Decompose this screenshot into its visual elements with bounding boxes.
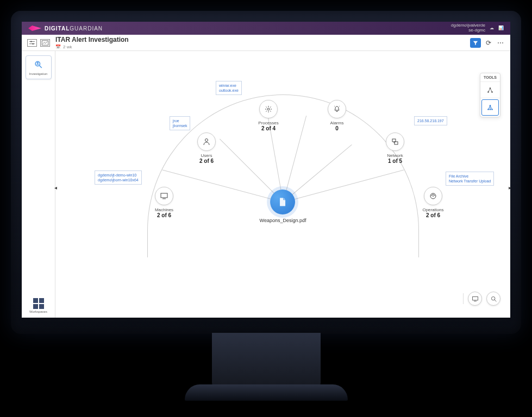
workspaces-button[interactable]: Workspaces: [29, 298, 47, 313]
svg-rect-25: [395, 142, 398, 144]
graph-canvas[interactable]: ◂ ▸ TOOLS: [55, 51, 510, 318]
logo: DIGITALGUARDIAN: [28, 26, 103, 31]
cloud-icon: ☁: [490, 26, 494, 31]
chart-view-icon[interactable]: [40, 39, 50, 47]
refresh-button[interactable]: ⟳: [484, 39, 493, 47]
date-range[interactable]: 📅 2 wk: [55, 45, 129, 49]
chart-icon[interactable]: 📊: [498, 26, 504, 31]
svg-rect-30: [472, 296, 478, 300]
callout-processes[interactable]: winrar.exeoutlook.exe: [216, 81, 242, 95]
node-count: 0: [321, 125, 353, 131]
network-icon: [386, 132, 404, 151]
more-button[interactable]: ⋯: [496, 39, 505, 47]
svg-line-12: [490, 88, 492, 92]
settings-toggle-icon[interactable]: [27, 39, 37, 47]
divider: [463, 293, 464, 304]
node-count: 2 of 6: [190, 158, 223, 164]
svg-rect-20: [161, 193, 167, 198]
callout-machines[interactable]: dgdemo\jt-demo-win10dgdemo\jborn-win10x6…: [95, 170, 142, 185]
logo-icon: [28, 26, 41, 31]
node-count: 1 of 5: [379, 158, 411, 164]
workspaces-label: Workspaces: [29, 310, 47, 313]
collapse-left-icon[interactable]: ◂: [54, 185, 57, 191]
filter-button[interactable]: [470, 38, 481, 48]
monitor-stand: [212, 333, 321, 387]
sidebar-item-label: Investigation: [27, 72, 50, 75]
node-label: Users: [190, 153, 223, 158]
monitor-base: [185, 384, 348, 401]
node-alarms[interactable]: Alarms 0: [321, 100, 353, 131]
main-area: Investigation Workspaces ◂ ▸ TOOLS: [22, 51, 510, 318]
left-rail: Investigation Workspaces: [22, 51, 55, 318]
machine-icon: [155, 187, 173, 205]
node-network[interactable]: Network 1 of 5: [379, 132, 411, 164]
svg-point-29: [433, 195, 434, 197]
node-label: Alarms: [321, 121, 353, 125]
node-operations[interactable]: Operations 2 of 6: [417, 187, 449, 218]
node-label: Machines: [148, 207, 180, 212]
mini-search-button[interactable]: [486, 292, 500, 306]
svg-line-7: [39, 66, 41, 68]
svg-point-22: [205, 139, 208, 142]
calendar-icon: 📅: [55, 45, 61, 49]
app-screen: DIGITALGUARDIAN dgdemo\jvalverde se-dgmc…: [22, 22, 510, 318]
mini-toolbar: [463, 292, 500, 306]
svg-point-32: [491, 296, 495, 300]
svg-rect-24: [392, 139, 396, 142]
brand-name-1: DIGITAL: [45, 26, 70, 31]
page-header: ITAR Alert Investigation 📅 2 wk ⟳ ⋯: [22, 35, 510, 51]
investigation-icon: [33, 59, 45, 71]
collapse-right-icon[interactable]: ▸: [509, 185, 510, 191]
user-icon: [197, 132, 216, 151]
tools-panel: TOOLS: [480, 73, 500, 117]
svg-point-23: [267, 108, 270, 110]
node-label: Network: [379, 153, 411, 158]
svg-point-6: [36, 62, 38, 64]
brand-bar: DIGITALGUARDIAN dgdemo\jvalverde se-dgmc…: [22, 22, 510, 35]
date-range-label: 2 wk: [63, 45, 72, 49]
node-machines[interactable]: Machines 2 of 6: [148, 187, 180, 218]
brand-name-2: GUARDIAN: [70, 26, 103, 31]
page-title: ITAR Alert Investigation: [55, 36, 129, 43]
callout-operations[interactable]: File ArchiveNetwork Transfer Upload: [446, 172, 494, 186]
callout-users[interactable]: jroejbornsek: [170, 116, 190, 130]
user-area[interactable]: dgdemo\jvalverde se-dgmc ☁ 📊: [451, 23, 504, 33]
mini-machine-button[interactable]: [468, 292, 482, 306]
svg-line-33: [495, 300, 496, 301]
gear-icon: [259, 100, 278, 118]
tools-title: TOOLS: [480, 73, 500, 82]
node-count: 2 of 6: [417, 212, 449, 218]
node-users[interactable]: Users 2 of 6: [190, 132, 223, 164]
node-label: Processes: [252, 121, 285, 125]
node-label: Operations: [417, 207, 449, 212]
sidebar-item-investigation[interactable]: Investigation: [26, 55, 52, 79]
workspaces-icon: [33, 298, 44, 309]
svg-line-11: [489, 88, 491, 92]
callout-network[interactable]: 216.58.218.197: [414, 116, 447, 125]
monitor-frame: DIGITALGUARDIAN dgdemo\jvalverde se-dgmc…: [11, 11, 521, 334]
node-count: 2 of 6: [148, 212, 180, 218]
tool-radial[interactable]: [481, 99, 499, 116]
bell-icon: [328, 100, 346, 118]
svg-point-1: [30, 41, 32, 42]
svg-point-3: [32, 43, 34, 45]
center-label: Weapons_Design.pdf: [260, 218, 306, 223]
node-processes[interactable]: Processes 2 of 4: [252, 100, 285, 131]
logo-text: DIGITALGUARDIAN: [45, 26, 103, 31]
center-node[interactable]: Weapons_Design.pdf: [260, 189, 306, 223]
user-tenant: se-dgmc: [451, 28, 485, 33]
operations-icon: [424, 187, 442, 205]
document-icon: [271, 189, 296, 214]
node-count: 2 of 4: [252, 125, 285, 131]
tool-hierarchy[interactable]: [480, 82, 500, 98]
